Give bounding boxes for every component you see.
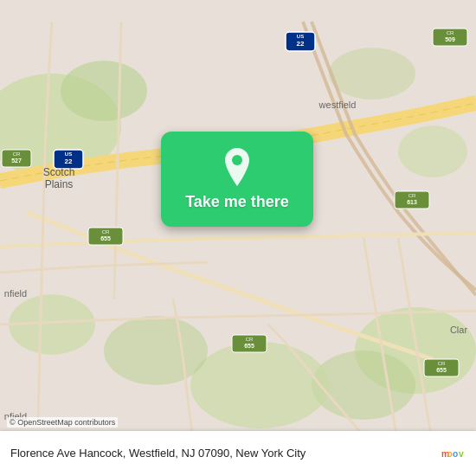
svg-text:655: 655 (244, 343, 254, 349)
svg-text:655: 655 (436, 367, 447, 373)
svg-text:CR: CR (102, 229, 110, 235)
svg-text:US: US (297, 34, 304, 39)
map-background: US 22 US 22 CR 527 CR 509 CR 613 CR 655 … (0, 0, 476, 476)
svg-text:22: 22 (65, 158, 73, 165)
bottom-bar: Florence Ave Hancock, Westfield, NJ 0709… (0, 431, 476, 476)
svg-text:nfield: nfield (4, 288, 27, 299)
take-me-there-button[interactable]: Take me there (161, 132, 313, 227)
svg-text:CR: CR (447, 30, 454, 35)
button-label: Take me there (185, 193, 289, 211)
svg-point-5 (190, 342, 329, 428)
svg-text:o: o (453, 449, 458, 459)
svg-point-9 (329, 48, 415, 100)
svg-text:CR: CR (438, 361, 446, 366)
address-text: Florence Ave Hancock, Westfield, NJ 0709… (10, 446, 441, 461)
svg-text:v: v (459, 449, 464, 459)
svg-text:Plains: Plains (45, 178, 74, 190)
svg-text:CR: CR (408, 193, 416, 198)
svg-text:655: 655 (100, 235, 111, 241)
svg-text:US: US (65, 151, 72, 157)
svg-point-6 (104, 316, 208, 385)
svg-text:Scotch: Scotch (43, 166, 75, 178)
svg-text:CR: CR (246, 337, 254, 342)
map-container: US 22 US 22 CR 527 CR 509 CR 613 CR 655 … (0, 0, 476, 476)
svg-text:527: 527 (11, 158, 22, 164)
svg-text:613: 613 (407, 199, 417, 205)
location-pin-icon (222, 148, 253, 186)
moovit-logo: m o o v (441, 441, 466, 466)
svg-text:CR: CR (13, 151, 21, 157)
svg-text:o: o (447, 449, 453, 459)
osm-attribution: © OpenStreetMap contributors (7, 417, 118, 428)
svg-text:Clar: Clar (450, 325, 468, 335)
svg-text:22: 22 (297, 40, 305, 48)
svg-point-40 (232, 155, 242, 165)
svg-text:509: 509 (445, 36, 455, 42)
svg-point-8 (398, 125, 467, 177)
svg-point-2 (61, 61, 147, 121)
svg-text:westfield: westfield (318, 100, 357, 110)
